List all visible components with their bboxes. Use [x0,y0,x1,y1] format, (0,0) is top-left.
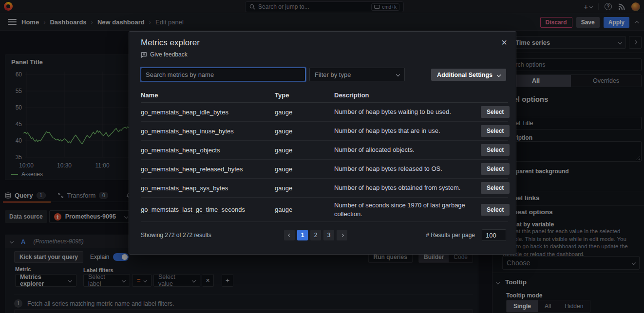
metric-type-cell: gauge [275,206,334,213]
metrics-table-body: go_memstats_heap_idle_bytesgaugeNumber o… [141,103,508,222]
give-feedback-link[interactable]: Give feedback [141,51,188,58]
table-row: go_memstats_heap_sys_bytesgaugeNumber of… [141,179,508,198]
results-per-page-label: # Results per page [426,232,475,239]
results-summary: Showing 272 of 272 results [141,232,211,239]
select-metric-button[interactable]: Select [481,204,510,216]
select-metric-button[interactable]: Select [481,125,510,137]
metric-description-cell: Number of heap bytes obtained from syste… [334,184,481,192]
metric-name-cell: go_memstats_heap_idle_bytes [141,109,275,116]
select-metric-button[interactable]: Select [481,163,510,175]
filter-by-type-select[interactable]: Filter by type [309,68,405,81]
metric-type-cell: gauge [275,128,334,135]
additional-settings-button[interactable]: Additional Settings [431,69,506,81]
metric-description-cell: Number of allocated objects. [334,146,481,154]
close-icon[interactable]: × [501,37,507,47]
metric-type-cell: gauge [275,184,334,192]
comment-icon [141,52,147,58]
page-button-3[interactable]: 3 [323,230,334,240]
metric-name-cell: go_memstats_heap_sys_bytes [141,184,275,192]
select-metric-button[interactable]: Select [481,106,510,118]
results-per-page-input[interactable] [482,229,506,241]
metric-description-cell: Number of seconds since 1970 of last gar… [334,201,481,218]
metrics-explorer-modal: Metrics explorer × Give feedback Filter … [129,31,516,255]
table-row: go_memstats_last_gc_time_secondsgaugeNum… [141,198,508,222]
metric-description-cell: Number of heap bytes that are in use. [334,127,481,135]
metrics-search-field[interactable] [141,68,305,81]
table-row: go_memstats_heap_objectsgaugeNumber of a… [141,141,508,160]
metric-name-cell: go_memstats_heap_released_bytes [141,166,275,173]
page-button-1[interactable]: 1 [297,230,308,240]
metric-description-cell: Number of heap bytes released to OS. [334,165,481,173]
page-button-2[interactable]: 2 [310,230,321,240]
metric-name-cell: go_memstats_heap_inuse_bytes [141,128,275,135]
modal-title: Metrics explorer [141,38,200,48]
metrics-search-input[interactable] [146,71,301,78]
prev-page-button[interactable] [284,230,295,240]
metric-type-cell: gauge [275,166,334,173]
metric-name-cell: go_memstats_heap_objects [141,147,275,154]
pagination: 123 [284,230,347,240]
metrics-table-header: Name Type Description [141,88,508,103]
metric-description-cell: Number of heap bytes waiting to be used. [334,108,481,116]
table-row: go_memstats_heap_released_bytesgaugeNumb… [141,160,508,179]
metric-type-cell: gauge [275,147,334,154]
table-row: go_memstats_heap_idle_bytesgaugeNumber o… [141,103,508,122]
next-page-button[interactable] [337,230,347,240]
select-metric-button[interactable]: Select [481,144,510,156]
metrics-table: Name Type Description go_memstats_heap_i… [141,88,508,222]
table-row: go_memstats_heap_inuse_bytesgaugeNumber … [141,122,508,141]
metric-name-cell: go_memstats_last_gc_time_seconds [141,206,275,213]
select-metric-button[interactable]: Select [481,182,510,194]
metric-type-cell: gauge [275,109,334,116]
